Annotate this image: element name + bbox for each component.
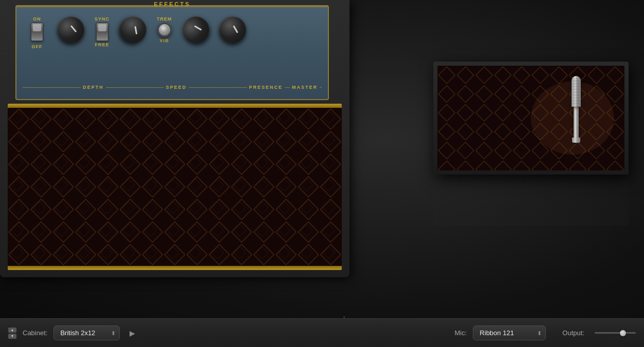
vib-label: VIB xyxy=(160,38,169,43)
microphone xyxy=(572,76,581,143)
mic-select-wrapper[interactable]: Ribbon 121 Condenser 87 Dynamic 57 Small… xyxy=(473,325,546,340)
gold-line-4 xyxy=(285,87,290,88)
sync-toggle[interactable] xyxy=(96,23,108,41)
amp-body: EFFECTS ON OFF SYNC FREE xyxy=(0,0,349,277)
depth-control xyxy=(58,16,84,43)
effects-panel: EFFECTS ON OFF SYNC FREE xyxy=(15,5,329,100)
gold-line-3 xyxy=(189,87,247,88)
sync-label: SYNC xyxy=(95,16,109,22)
mic-body xyxy=(574,107,579,138)
free-label: FREE xyxy=(95,42,109,47)
effects-controls: ON OFF SYNC FREE TREM VIB xyxy=(23,10,322,49)
mic-base xyxy=(572,138,580,143)
mic-label: Mic: xyxy=(455,329,467,337)
speed-control xyxy=(120,16,146,43)
slider-thumb[interactable] xyxy=(620,330,626,336)
speed-bottom-label: SPEED xyxy=(166,85,187,90)
grille-border-bottom xyxy=(8,266,342,270)
on-off-toggle[interactable] xyxy=(31,23,43,41)
output-slider[interactable] xyxy=(595,332,636,334)
svg-rect-8 xyxy=(8,108,342,267)
sync-group: SYNC FREE xyxy=(95,16,109,47)
speed-knob[interactable] xyxy=(115,11,151,48)
presence-bottom-label: PRESENCE xyxy=(249,85,283,90)
gold-line-2 xyxy=(106,87,164,88)
trem-label: TREM xyxy=(157,16,172,22)
cabinet-body xyxy=(433,62,629,175)
mic-select[interactable]: Ribbon 121 Condenser 87 Dynamic 57 Small… xyxy=(473,325,546,340)
depth-knob[interactable] xyxy=(58,16,84,43)
effects-label: EFFECTS xyxy=(154,1,190,7)
gold-line-5 xyxy=(320,87,322,88)
cabinet-grille xyxy=(437,66,624,170)
mic-head xyxy=(572,76,581,107)
cabinet-up-arrow[interactable]: ▲ xyxy=(8,327,16,333)
play-button[interactable]: ▶ xyxy=(126,327,138,339)
grille-pattern-svg xyxy=(8,108,342,267)
cabinet-select[interactable]: British 2x12 American 4x12 British 4x12 … xyxy=(53,325,120,340)
on-label: ON xyxy=(33,16,41,22)
cabinet-arrows[interactable]: ▲ ▼ xyxy=(8,327,16,339)
cabinet-label: Cabinet: xyxy=(23,329,47,337)
master-control xyxy=(219,16,246,43)
gold-line-1 xyxy=(23,87,81,88)
slider-track xyxy=(595,332,636,334)
trem-vib-switch[interactable] xyxy=(157,23,172,37)
cabinet xyxy=(433,62,629,175)
output-label: Output: xyxy=(562,329,584,337)
presence-control xyxy=(182,16,209,43)
depth-bottom-label: DEPTH xyxy=(83,85,104,90)
trem-group: TREM VIB xyxy=(157,16,172,43)
master-bottom-label: MASTER xyxy=(292,85,318,90)
cabinet-grille-pattern xyxy=(437,66,624,170)
cabinet-reflection xyxy=(433,175,629,226)
off-label: OFF xyxy=(32,44,43,49)
presence-knob[interactable] xyxy=(178,13,213,47)
toolbar: ▲ ▼ Cabinet: British 2x12 American 4x12 … xyxy=(0,318,644,347)
speaker-grille xyxy=(8,108,342,267)
master-knob[interactable] xyxy=(217,14,248,45)
cabinet-down-arrow[interactable]: ▼ xyxy=(8,334,16,339)
grille-border-top xyxy=(8,104,342,108)
on-off-group: ON OFF xyxy=(27,16,47,49)
cabinet-select-wrapper[interactable]: British 2x12 American 4x12 British 4x12 … xyxy=(53,325,120,340)
bottom-section: DEPTH SPEED PRESENCE MASTER xyxy=(21,85,324,90)
